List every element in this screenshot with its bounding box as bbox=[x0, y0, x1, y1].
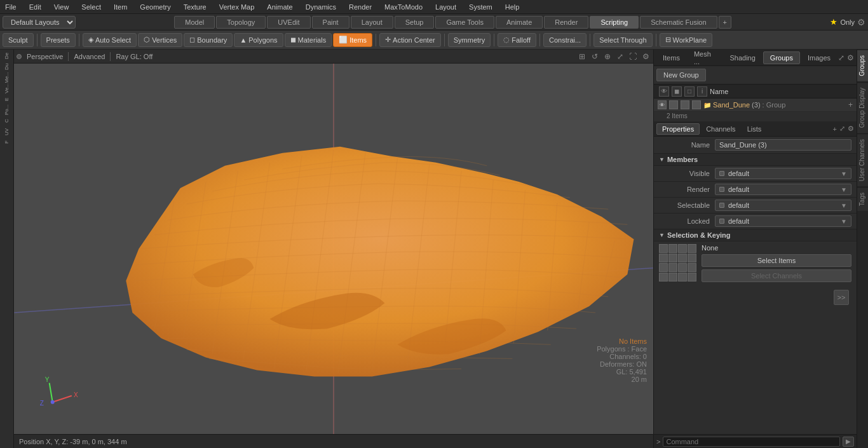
boundary-button[interactable]: ◻ Boundary bbox=[184, 33, 233, 47]
keying-cell-15[interactable] bbox=[678, 273, 687, 282]
tab-items[interactable]: Items bbox=[656, 52, 686, 64]
select-channels-button[interactable]: Select Channels bbox=[702, 269, 851, 282]
viewport-ctrl-rotate[interactable]: ↺ bbox=[590, 51, 600, 62]
ray-gl-label[interactable]: Ray GL: Off bbox=[116, 53, 153, 60]
layout-dropdown[interactable]: Default Layouts bbox=[3, 16, 76, 29]
advanced-label[interactable]: Advanced bbox=[74, 53, 105, 60]
vertices-button[interactable]: ⬡ Vertices bbox=[138, 33, 182, 47]
menu-file[interactable]: File bbox=[3, 3, 19, 11]
props-settings-icon[interactable]: ⚙ bbox=[848, 125, 854, 133]
group-item-sand-dune[interactable]: 👁 📁 Sand_Dune (3) : Group + bbox=[654, 98, 857, 112]
render-prop-dropdown[interactable]: default ▼ bbox=[715, 184, 851, 195]
tab-topology[interactable]: Topology bbox=[216, 16, 266, 29]
settings-icon[interactable]: ⚙ bbox=[857, 17, 865, 27]
sidebar-item-po[interactable]: Po... bbox=[0, 105, 13, 115]
menu-system[interactable]: System bbox=[466, 3, 495, 11]
sidebar-item-e[interactable]: E bbox=[0, 94, 13, 104]
tab-lists[interactable]: Lists bbox=[742, 124, 767, 134]
expand-icon[interactable]: ⤢ bbox=[838, 53, 844, 62]
menu-texture[interactable]: Texture bbox=[181, 3, 209, 11]
name-prop-input[interactable] bbox=[715, 139, 851, 151]
keying-cell-5[interactable] bbox=[659, 254, 668, 262]
sidebar-item-c[interactable]: C bbox=[0, 116, 13, 126]
viewport-ctrl-settings[interactable]: ⚙ bbox=[641, 51, 651, 62]
menu-item[interactable]: Item bbox=[111, 3, 130, 11]
symmetry-button[interactable]: Symmetry bbox=[448, 33, 491, 47]
presets-button[interactable]: Presets bbox=[41, 33, 76, 47]
keying-cell-9[interactable] bbox=[659, 263, 668, 272]
select-items-button[interactable]: Select Items bbox=[702, 254, 851, 267]
menu-select[interactable]: Select bbox=[79, 3, 104, 11]
keying-cell-8[interactable] bbox=[688, 254, 696, 262]
menu-render[interactable]: Render bbox=[346, 3, 374, 11]
keying-cell-3[interactable] bbox=[678, 244, 687, 253]
keying-cell-14[interactable] bbox=[668, 273, 677, 282]
menu-edit[interactable]: Edit bbox=[27, 3, 44, 11]
props-expand-icon[interactable]: ⤢ bbox=[839, 125, 845, 133]
materials-button[interactable]: ◼ Materials bbox=[285, 33, 332, 47]
tab-shading[interactable]: Shading bbox=[723, 52, 761, 64]
selectable-prop-dropdown[interactable]: default ▼ bbox=[715, 200, 851, 211]
vtab-tags[interactable]: Tags bbox=[857, 187, 868, 211]
tab-images[interactable]: Images bbox=[801, 52, 837, 64]
props-add-icon[interactable]: + bbox=[833, 125, 837, 133]
new-group-button[interactable]: New Group bbox=[656, 69, 706, 81]
items-button[interactable]: ⬜ Items bbox=[333, 33, 372, 47]
keying-cell-1[interactable] bbox=[659, 244, 668, 253]
menu-geometry[interactable]: Geometry bbox=[137, 3, 173, 11]
selection-triangle[interactable]: ▼ bbox=[659, 232, 665, 238]
sculpt-button[interactable]: Sculpt bbox=[3, 33, 34, 47]
viewport-ctrl-maximize[interactable]: ⛶ bbox=[628, 51, 638, 62]
keying-cell-10[interactable] bbox=[668, 263, 677, 272]
keying-cell-11[interactable] bbox=[678, 263, 687, 272]
sidebar-item-ve[interactable]: Ve... bbox=[0, 83, 13, 93]
command-run-button[interactable]: ▶ bbox=[843, 437, 854, 447]
tab-layout[interactable]: Layout bbox=[351, 16, 393, 29]
tab-schematic[interactable]: Schematic Fusion bbox=[640, 16, 717, 29]
tab-mesh[interactable]: Mesh ... bbox=[688, 50, 722, 67]
menu-layout[interactable]: Layout bbox=[433, 3, 459, 11]
members-triangle[interactable]: ▼ bbox=[659, 156, 665, 163]
sidebar-item-de[interactable]: De bbox=[0, 51, 13, 61]
group-vis-render[interactable] bbox=[669, 100, 678, 109]
keying-cell-7[interactable] bbox=[678, 254, 687, 262]
viewport-canvas[interactable]: X Y Z No Items Polygons : Face Channels:… bbox=[14, 64, 653, 434]
viewport-ctrl-zoom[interactable]: ⊕ bbox=[602, 51, 613, 62]
menu-view[interactable]: View bbox=[51, 3, 72, 11]
vtab-groups[interactable]: Groups bbox=[857, 50, 868, 81]
tab-channels[interactable]: Channels bbox=[701, 124, 740, 134]
workplane-button[interactable]: ⊟ WorkPlane bbox=[660, 33, 713, 47]
sidebar-item-me[interactable]: Me... bbox=[0, 72, 13, 83]
tab-uvedit[interactable]: UVEdit bbox=[267, 16, 310, 29]
polygons-button[interactable]: ▲ Polygons bbox=[234, 33, 283, 47]
tab-properties[interactable]: Properties bbox=[656, 123, 700, 135]
tab-paint[interactable]: Paint bbox=[312, 16, 349, 29]
tab-game-tools[interactable]: Game Tools bbox=[435, 16, 494, 29]
vtab-group-display[interactable]: Group Display bbox=[857, 82, 868, 133]
group-vis-lock[interactable] bbox=[692, 100, 701, 109]
tab-model[interactable]: Model bbox=[174, 16, 215, 29]
keying-cell-16[interactable] bbox=[688, 273, 696, 282]
tab-animate[interactable]: Animate bbox=[496, 16, 543, 29]
keying-cell-2[interactable] bbox=[668, 244, 677, 253]
menu-vertex-map[interactable]: Vertex Map bbox=[217, 3, 257, 11]
menu-maxtomodo[interactable]: MaxToModo bbox=[382, 3, 425, 11]
keying-cell-6[interactable] bbox=[668, 254, 677, 262]
sidebar-item-f[interactable]: F bbox=[0, 137, 13, 147]
auto-select-button[interactable]: ◈ Auto Select bbox=[83, 33, 137, 47]
group-vis-sel[interactable] bbox=[681, 100, 689, 109]
viewport-ctrl-fit[interactable]: ⤢ bbox=[615, 51, 625, 62]
tab-add[interactable]: + bbox=[719, 16, 731, 29]
sidebar-item-uv[interactable]: UV bbox=[0, 126, 13, 137]
group-add-button[interactable]: + bbox=[848, 100, 853, 109]
menu-dynamics[interactable]: Dynamics bbox=[303, 3, 339, 11]
menu-help[interactable]: Help bbox=[503, 3, 522, 11]
menu-animate[interactable]: Animate bbox=[264, 3, 295, 11]
more-button[interactable]: >> bbox=[834, 290, 849, 305]
group-vis-eye[interactable]: 👁 bbox=[658, 100, 667, 109]
viewport-ctrl-grid[interactable]: ⊞ bbox=[577, 51, 587, 62]
action-center-button[interactable]: ✛ Action Center bbox=[379, 33, 441, 47]
tab-render[interactable]: Render bbox=[544, 16, 588, 29]
keying-cell-13[interactable] bbox=[659, 273, 668, 282]
command-input[interactable] bbox=[663, 437, 840, 447]
